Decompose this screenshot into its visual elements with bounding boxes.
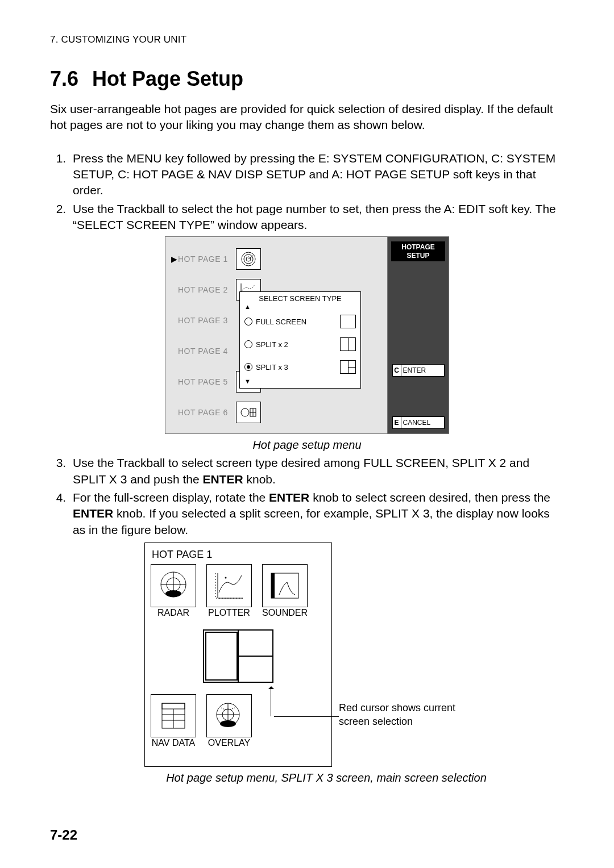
radio-selected-icon — [244, 363, 252, 371]
overlay-icon — [206, 694, 252, 737]
intro-paragraph: Six user-arrangeable hot pages are provi… — [50, 101, 564, 133]
select-screen-type-popup: SELECT SCREEN TYPE ▲ FULL SCREEN SPLIT x… — [239, 291, 361, 389]
hot-page-label: HOT PAGE 1 — [178, 254, 234, 264]
layout-icon — [340, 337, 356, 351]
annotation-leader — [274, 716, 339, 717]
softkey-title: HOTPAGESETUP — [391, 241, 445, 261]
svg-point-26 — [220, 720, 236, 727]
menu-panel: ▶ HOT PAGE 1 HOT PAGE 2 HOT PAGE 3 — [165, 237, 387, 433]
hot-page-label: HOT PAGE 3 — [178, 316, 234, 325]
radio-icon — [244, 340, 252, 348]
svg-point-5 — [241, 408, 249, 416]
softkey-enter: CENTER — [392, 364, 445, 377]
popup-title: SELECT SCREEN TYPE — [244, 294, 356, 303]
section-title: Hot Page Setup — [92, 67, 243, 90]
step-3: Use the Trackball to select screen type … — [69, 455, 564, 487]
option-split-3: SPLIT x 3 — [244, 356, 356, 378]
figure-hotpage-menu: ▶ HOT PAGE 1 HOT PAGE 2 HOT PAGE 3 — [165, 236, 449, 452]
hot-page-label: HOT PAGE 2 — [178, 285, 234, 294]
radar-icon — [151, 564, 196, 607]
option-label: SPLIT x 3 — [256, 363, 288, 372]
cell-plotter: PLOTTER — [206, 564, 252, 618]
softkey-panel: HOTPAGESETUP CENTER ECANCEL — [387, 237, 449, 433]
manual-page: 7. CUSTOMIZING YOUR UNIT 7.6Hot Page Set… — [0, 0, 614, 868]
step-list-cont: Use the Trackball to select screen type … — [50, 455, 564, 538]
cell-radar: RADAR — [151, 564, 196, 618]
split3-layout — [203, 629, 273, 683]
cell-overlay: OVERLAY — [206, 694, 252, 748]
svg-point-14 — [225, 577, 227, 579]
scroll-down-icon: ▼ — [244, 378, 356, 385]
thumb-radar-icon — [236, 248, 261, 270]
svg-rect-16 — [271, 573, 275, 598]
page-number: 7-22 — [50, 827, 77, 843]
section-number: 7.6 — [50, 67, 78, 90]
fig2-title: HOT PAGE 1 — [152, 549, 326, 561]
cell-sounder: SOUNDER — [262, 564, 308, 618]
annotation-text: Red cursor shows current screen selectio… — [339, 702, 487, 728]
layout-icon — [340, 315, 356, 328]
layout-main-pane — [204, 631, 239, 682]
cursor-icon: ▶ — [170, 254, 178, 264]
figure-caption: Hot page setup menu — [165, 439, 449, 452]
option-full-screen: FULL SCREEN — [244, 310, 356, 333]
option-label: FULL SCREEN — [256, 318, 306, 326]
hot-page-label: HOT PAGE 5 — [178, 377, 234, 386]
figure-split3: HOT PAGE 1 RADAR PLOTTER — [144, 542, 332, 784]
thumb-combo-icon — [236, 402, 261, 423]
svg-rect-18 — [162, 703, 185, 709]
layout-icon — [340, 360, 356, 374]
figure-caption: Hot page setup menu, SPLIT X 3 screen, m… — [144, 771, 508, 784]
option-label: SPLIT x 2 — [256, 340, 288, 349]
option-split-2: SPLIT x 2 — [244, 333, 356, 356]
running-header: 7. CUSTOMIZING YOUR UNIT — [50, 34, 564, 45]
navdata-icon — [151, 694, 196, 737]
hot-page-label: HOT PAGE 4 — [178, 347, 234, 356]
step-1: Press the MENU key followed by pressing … — [69, 151, 564, 199]
svg-point-13 — [165, 590, 181, 597]
step-2: Use the Trackball to select the hot page… — [69, 201, 564, 233]
section-heading: 7.6Hot Page Setup — [50, 67, 564, 91]
step-list: Press the MENU key followed by pressing … — [50, 151, 564, 233]
hot-page-label: HOT PAGE 6 — [178, 408, 234, 417]
cell-navdata: NAV DATA — [151, 694, 196, 748]
sounder-icon — [262, 564, 308, 607]
plotter-icon — [206, 564, 252, 607]
scroll-up-icon: ▲ — [244, 304, 356, 310]
softkey-cancel: ECANCEL — [392, 416, 445, 429]
step-4: For the full-screen display, rotate the … — [69, 490, 564, 538]
radio-icon — [244, 318, 252, 326]
